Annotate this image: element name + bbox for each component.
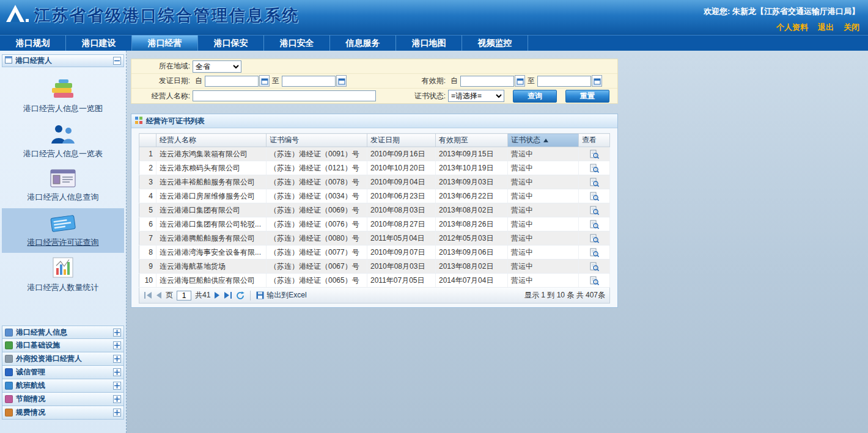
refresh-icon[interactable]	[236, 291, 245, 300]
expand-icon[interactable]	[113, 329, 121, 337]
nav-tab[interactable]: 港口安全	[264, 35, 330, 51]
sidebar-panel-collapsed[interactable]: 规费情况	[2, 406, 124, 420]
nav-tab[interactable]: 港口保安	[198, 35, 264, 51]
total-pages: 共41	[195, 290, 210, 300]
col-valid-until[interactable]: 有效期至	[436, 134, 508, 147]
table-row[interactable]: 10 连云港海巨船舶供应有限公司 （苏连）港经证（0065）号 2011年07月…	[139, 274, 610, 288]
issue-date-from-input[interactable]	[205, 76, 259, 87]
issue-date-cell: 2010年10月20日	[367, 161, 436, 175]
view-cell[interactable]	[579, 161, 610, 175]
expand-icon[interactable]	[113, 409, 121, 417]
sidebar-item-info-overview-chart[interactable]: 港口经营人信息一览图	[2, 75, 124, 119]
table-row[interactable]: 5 连云港港口集团有限公司 （苏连）港经证（0069）号 2010年08月03日…	[139, 203, 610, 217]
operator-name-cell: 连云港东粮码头有限公司	[156, 161, 267, 175]
nav-tab[interactable]: 港口地图	[396, 35, 462, 51]
first-page-icon[interactable]	[144, 292, 152, 299]
calendar-icon[interactable]	[515, 75, 525, 87]
form-row-region: 所在地域: 全省	[131, 59, 617, 74]
sidebar-item-label: 港口经营人信息查询	[28, 192, 99, 203]
sidebar-panel-collapsed[interactable]: 港口经营人信息	[2, 326, 124, 339]
operator-name-input[interactable]	[193, 90, 376, 101]
region-select[interactable]: 全省	[193, 60, 241, 73]
col-cert-status-sorted[interactable]: 证书状态	[508, 134, 579, 147]
cert-status-select[interactable]: =请选择=	[448, 90, 504, 102]
view-cell[interactable]	[579, 147, 610, 161]
sidebar-item-info-query[interactable]: 港口经营人信息查询	[2, 164, 124, 208]
sidebar-panel-collapsed[interactable]: 外商投资港口经营人	[2, 352, 124, 366]
view-detail-icon	[590, 262, 599, 271]
query-button[interactable]: 查询	[513, 90, 557, 103]
header-link[interactable]: 个人资料	[776, 22, 808, 33]
calendar-icon[interactable]	[592, 75, 602, 87]
view-cell[interactable]	[579, 203, 610, 217]
calendar-icon[interactable]	[336, 75, 347, 87]
table-row[interactable]: 3 连云港丰裕船舶服务有限公司 （苏连）港经证（0078）号 2010年09月0…	[139, 175, 610, 189]
valid-until-cell: 2013年09月06日	[436, 246, 508, 260]
from-label: 自	[451, 76, 458, 86]
reset-button[interactable]: 重置	[565, 90, 609, 103]
panel-label: 诚信管理	[16, 367, 110, 377]
sidebar-panel-collapsed[interactable]: 诚信管理	[2, 366, 124, 379]
nav-tab[interactable]: 港口建设	[66, 35, 132, 51]
view-cell[interactable]	[579, 231, 610, 246]
cert-number-cell: （苏连）港经证（0076）号	[267, 217, 367, 231]
view-detail-icon	[590, 248, 599, 257]
last-page-icon[interactable]	[224, 292, 232, 299]
export-excel-button[interactable]: 输出到Excel	[256, 290, 306, 300]
nav-tab[interactable]: 港口规划	[0, 35, 66, 51]
region-label: 所在地域:	[131, 61, 193, 71]
view-cell[interactable]	[579, 217, 610, 231]
col-issue-date[interactable]: 发证日期	[367, 134, 436, 147]
issue-date-cell: 2010年08月03日	[367, 203, 436, 217]
header-link[interactable]: 关闭	[844, 22, 859, 33]
table-row[interactable]: 1 连云港东鸿集装箱有限公司 （苏连）港经证（0091）号 2010年09月16…	[139, 147, 610, 161]
table-row[interactable]: 9 连云港海航基地货场 （苏连）港经证（0067）号 2010年08月03日 2…	[139, 260, 610, 274]
col-cert-number[interactable]: 证书编号	[267, 134, 367, 147]
table-row[interactable]: 7 连云港港腾船舶服务有限公司 （苏连）港经证（0080）号 2011年05月0…	[139, 231, 610, 246]
view-cell[interactable]	[579, 260, 610, 274]
sidebar-panel-collapsed[interactable]: 航班航线	[2, 379, 124, 393]
sidebar-item-quantity-stats[interactable]: 港口经营人数量统计	[2, 253, 124, 297]
collapse-icon[interactable]	[113, 57, 121, 65]
prev-page-icon[interactable]	[156, 292, 162, 299]
page-number-input[interactable]	[177, 291, 191, 300]
cert-table: 经营人名称 证书编号 发证日期 有效期至 证书状态 查看	[139, 133, 610, 288]
sidebar-panel-operator[interactable]: 港口经营人	[2, 54, 124, 67]
sidebar-panel-collapsed[interactable]: 节能情况	[2, 393, 124, 406]
cert-status-cell: 营运中	[508, 246, 579, 260]
issue-date-to-input[interactable]	[282, 76, 336, 87]
expand-icon[interactable]	[113, 395, 121, 403]
cert-number-cell: （苏连）港经证（0067）号	[267, 260, 367, 274]
validity-to-input[interactable]	[537, 76, 591, 87]
row-number: 8	[139, 246, 156, 260]
view-cell[interactable]	[579, 274, 610, 288]
view-cell[interactable]	[579, 189, 610, 203]
calendar-icon[interactable]	[259, 75, 270, 87]
sidebar-panel-collapsed[interactable]: 港口基础设施	[2, 339, 124, 352]
header-link[interactable]: 退出	[818, 22, 834, 33]
next-page-icon[interactable]	[214, 292, 220, 299]
table-row[interactable]: 6 连云港港口集团有限公司轮驳... （苏连）港经证（0076）号 2010年0…	[139, 217, 610, 231]
expand-icon[interactable]	[113, 368, 121, 376]
cert-status-cell: 营运中	[508, 217, 579, 231]
view-detail-icon	[590, 164, 599, 173]
row-number: 5	[139, 203, 156, 217]
expand-icon[interactable]	[113, 355, 121, 363]
nav-tab[interactable]: 视频监控	[462, 35, 528, 51]
panel-icon	[5, 329, 13, 337]
view-cell[interactable]	[579, 246, 610, 260]
expand-icon[interactable]	[113, 382, 121, 390]
issue-date-label: 发证日期:	[131, 76, 193, 86]
table-row[interactable]: 8 连云港港湾海事安全设备有限... （苏连）港经证（0077）号 2010年0…	[139, 246, 610, 260]
validity-from-input[interactable]	[460, 76, 514, 87]
col-operator-name[interactable]: 经营人名称	[156, 134, 267, 147]
nav-tab[interactable]: 港口经营	[132, 35, 198, 51]
expand-icon[interactable]	[113, 341, 121, 349]
nav-tab[interactable]: 信息服务	[330, 35, 396, 51]
table-row[interactable]: 2 连云港东粮码头有限公司 （苏连）港经证（0121）号 2010年10月20日…	[139, 161, 610, 175]
sidebar-item-info-overview-table[interactable]: 港口经营人信息一览表	[2, 119, 124, 164]
sidebar-item-license-query[interactable]: 港口经营许可证查询	[2, 208, 124, 253]
view-cell[interactable]	[579, 175, 610, 189]
cert-list-panel: 经营许可证书列表 经营人名称 证书编号 发证日期 有效期至	[131, 114, 618, 308]
table-row[interactable]: 4 连云港港口房屋维修服务公司 （苏连）港经证（0034）号 2010年06月2…	[139, 189, 610, 203]
